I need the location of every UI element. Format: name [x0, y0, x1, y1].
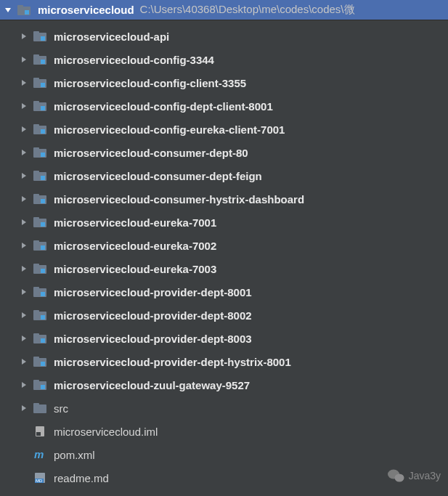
module-icon	[33, 239, 46, 252]
svg-rect-46	[33, 357, 39, 359]
tree-item[interactable]: microservicecloud-provider-dept-8003	[0, 327, 448, 350]
chevron-right-icon[interactable]	[19, 217, 29, 227]
svg-rect-23	[41, 176, 45, 180]
svg-rect-43	[33, 333, 39, 336]
chevron-right-icon[interactable]	[19, 357, 29, 367]
watermark: Java3y	[387, 468, 441, 483]
svg-rect-32	[41, 245, 45, 250]
svg-text:m: m	[34, 449, 44, 460]
svg-rect-25	[33, 194, 39, 197]
tree-item[interactable]: microservicecloud-config-3344	[0, 48, 448, 71]
wechat-icon	[387, 468, 404, 483]
module-icon	[33, 285, 46, 298]
svg-rect-7	[33, 54, 39, 57]
tree-item[interactable]: microservicecloud-config-eureka-client-7…	[0, 118, 448, 141]
svg-rect-2	[25, 10, 29, 15]
tree-item-label: microservicecloud-config-3344	[54, 54, 214, 66]
chevron-down-icon[interactable]	[3, 5, 13, 15]
tree-item-label: microservicecloud-api	[54, 31, 169, 43]
tree-item[interactable]: microservicecloud-config-dept-client-800…	[0, 94, 448, 118]
chevron-right-icon[interactable]	[19, 240, 29, 251]
md-icon: MD	[33, 471, 46, 484]
chevron-right-icon[interactable]	[19, 124, 29, 134]
svg-rect-8	[41, 60, 45, 64]
module-icon	[33, 262, 46, 275]
tree-item-label: microservicecloud.iml	[54, 426, 158, 438]
svg-rect-44	[41, 338, 45, 343]
tree-item-label: microservicecloud-consumer-dept-80	[54, 147, 248, 159]
tree-item-label: microservicecloud-zuul-gateway-9527	[54, 379, 250, 391]
chevron-right-icon[interactable]	[19, 101, 29, 111]
tree-item-label: microservicecloud-provider-dept-hystrix-…	[54, 356, 291, 368]
svg-rect-20	[41, 153, 45, 157]
chevron-right-icon[interactable]	[19, 333, 29, 343]
tree-item[interactable]: microservicecloud-consumer-dept-80	[0, 141, 448, 164]
svg-rect-13	[33, 101, 39, 104]
module-icon	[33, 76, 46, 89]
svg-rect-31	[33, 240, 39, 243]
tree-item[interactable]: microservicecloud-provider-dept-hystrix-…	[0, 350, 448, 373]
chevron-right-icon[interactable]	[19, 194, 29, 204]
project-tree[interactable]: microservicecloud-apimicroservicecloud-c…	[0, 20, 448, 489]
chevron-right-icon[interactable]	[19, 171, 29, 181]
svg-text:MD: MD	[36, 479, 43, 483]
svg-rect-22	[33, 171, 39, 174]
module-icon	[33, 192, 46, 206]
tree-item-label: microservicecloud-config-eureka-client-7…	[54, 123, 285, 136]
svg-rect-38	[41, 292, 45, 296]
tree-item[interactable]: microservicecloud-consumer-dept-feign	[0, 164, 448, 187]
tree-item-label: microservicecloud-config-dept-client-800…	[54, 100, 273, 113]
module-icon	[33, 99, 46, 113]
svg-rect-4	[33, 31, 39, 34]
tree-item[interactable]: mpom.xml	[0, 443, 448, 466]
svg-rect-29	[41, 222, 45, 227]
tree-item-label: microservicecloud-provider-dept-8002	[54, 309, 252, 322]
watermark-text: Java3y	[409, 470, 441, 481]
module-icon	[33, 53, 46, 66]
chevron-right-icon[interactable]	[19, 31, 29, 41]
svg-rect-40	[33, 310, 39, 313]
svg-rect-34	[33, 264, 39, 267]
tree-item[interactable]: microservicecloud-api	[0, 25, 448, 48]
tree-item[interactable]: microservicecloud-provider-dept-8001	[0, 280, 448, 304]
chevron-right-icon[interactable]	[19, 310, 29, 320]
tree-item[interactable]: microservicecloud-config-client-3355	[0, 71, 448, 94]
svg-rect-35	[41, 269, 45, 273]
svg-rect-49	[33, 380, 39, 383]
project-root-row[interactable]: microservicecloud C:\Users\40368\Desktop…	[0, 0, 448, 20]
chevron-right-icon[interactable]	[19, 403, 29, 413]
svg-rect-52	[33, 403, 39, 406]
tree-item[interactable]: microservicecloud-zuul-gateway-9527	[0, 373, 448, 397]
svg-rect-19	[33, 147, 39, 150]
svg-rect-14	[41, 106, 45, 110]
module-folder-icon	[17, 4, 30, 17]
svg-rect-50	[41, 385, 45, 389]
svg-rect-11	[41, 83, 45, 87]
tree-item[interactable]: MDreadme.md	[0, 466, 448, 489]
chevron-right-icon[interactable]	[19, 287, 29, 297]
svg-rect-1	[17, 5, 23, 8]
folder-icon	[33, 402, 46, 415]
tree-item[interactable]: microservicecloud-provider-dept-8002	[0, 304, 448, 327]
module-icon	[33, 123, 46, 136]
chevron-right-icon[interactable]	[19, 78, 29, 88]
tree-item[interactable]: microservicecloud-consumer-hystrix-dashb…	[0, 187, 448, 211]
chevron-right-icon[interactable]	[19, 147, 29, 158]
tree-item[interactable]: microservicecloud.iml	[0, 420, 448, 443]
tree-item-label: microservicecloud-eureka-7003	[54, 263, 216, 275]
svg-rect-41	[41, 315, 45, 320]
tree-item[interactable]: microservicecloud-eureka-7001	[0, 211, 448, 234]
tree-item[interactable]: microservicecloud-eureka-7002	[0, 234, 448, 257]
chevron-right-icon[interactable]	[19, 264, 29, 274]
tree-item-label: microservicecloud-eureka-7002	[54, 240, 216, 252]
module-icon	[33, 30, 46, 43]
svg-rect-17	[41, 129, 45, 134]
tree-item[interactable]: src	[0, 397, 448, 420]
tree-item[interactable]: microservicecloud-eureka-7003	[0, 257, 448, 280]
chevron-right-icon[interactable]	[19, 380, 29, 390]
tree-item-label: microservicecloud-config-client-3355	[54, 77, 246, 89]
chevron-right-icon[interactable]	[19, 54, 29, 65]
tree-item-label: microservicecloud-consumer-dept-feign	[54, 170, 262, 182]
tree-item-label: microservicecloud-provider-dept-8001	[54, 286, 252, 298]
svg-rect-54	[36, 432, 41, 436]
